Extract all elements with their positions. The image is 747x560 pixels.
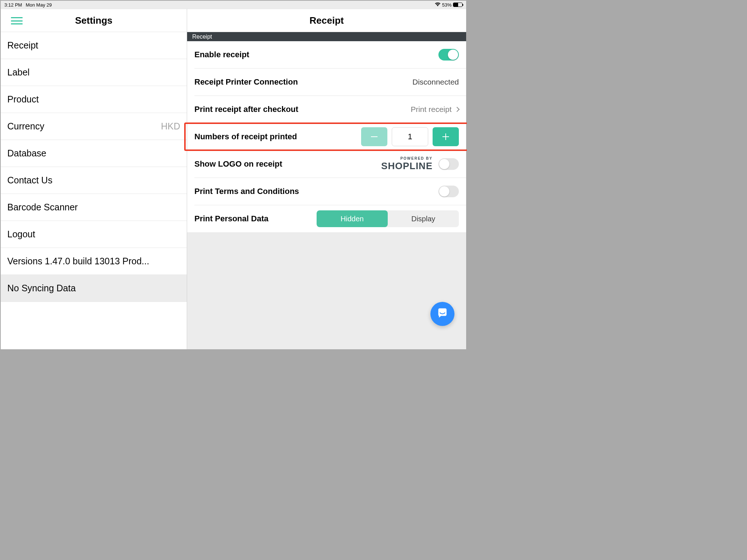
row-label: Print Terms and Conditions: [194, 187, 299, 196]
row-label: Show LOGO on receipt: [194, 159, 282, 169]
personal-data-segmented[interactable]: Hidden Display: [317, 210, 459, 227]
detail-title: Receipt: [310, 15, 344, 26]
segment-display[interactable]: Display: [388, 210, 459, 227]
toggle-show-logo[interactable]: [438, 158, 459, 170]
sidebar-item-database[interactable]: Database: [1, 140, 187, 167]
status-bar: 3:12 PM Mon May 29 53%: [1, 1, 466, 9]
row-print-terms: Print Terms and Conditions: [187, 178, 466, 205]
row-enable-receipt: Enable receipt: [187, 41, 466, 68]
chat-icon: [436, 307, 449, 321]
row-number-receipts-printed: Numbers of receipt printed: [187, 123, 466, 150]
chevron-right-icon: [454, 107, 460, 112]
sidebar-item-logout[interactable]: Logout: [1, 221, 187, 248]
sidebar-item-currency[interactable]: Currency HKD: [1, 113, 187, 140]
status-date: Mon May 29: [26, 2, 52, 8]
hamburger-icon[interactable]: [11, 17, 23, 24]
row-label: Numbers of receipt printed: [194, 132, 297, 141]
wifi-icon: [435, 2, 441, 8]
row-label: Receipt Printer Connection: [194, 77, 298, 87]
sidebar-item-version[interactable]: Versions 1.47.0 build 13013 Prod...: [1, 248, 187, 275]
sidebar-item-receipt[interactable]: Receipt: [1, 32, 187, 59]
increment-button[interactable]: [433, 127, 459, 146]
shopline-logo: POWERED BY SHOPLINE: [381, 156, 433, 172]
row-print-after-checkout[interactable]: Print receipt after checkout Print recei…: [187, 96, 466, 123]
section-header-receipt: Receipt: [187, 32, 466, 41]
row-label: Print receipt after checkout: [194, 105, 298, 114]
currency-value: HKD: [161, 121, 180, 132]
sidebar-item-label[interactable]: Label: [1, 59, 187, 86]
status-time: 3:12 PM: [4, 2, 22, 8]
settings-title: Settings: [1, 15, 187, 26]
printer-status: Disconnected: [413, 78, 459, 86]
sidebar-item-contact-us[interactable]: Contact Us: [1, 167, 187, 194]
battery-percent: 53%: [442, 2, 452, 8]
battery-icon: [453, 3, 462, 7]
row-show-logo: Show LOGO on receipt POWERED BY SHOPLINE: [187, 151, 466, 178]
chat-fab[interactable]: [430, 302, 454, 326]
segment-hidden[interactable]: Hidden: [317, 210, 388, 227]
receipt-count-input[interactable]: [392, 127, 428, 146]
toggle-print-terms[interactable]: [438, 186, 459, 197]
row-label: Print Personal Data: [194, 214, 268, 223]
row-print-personal-data: Print Personal Data Hidden Display: [187, 205, 466, 232]
detail-pane: Receipt Receipt Enable receipt Receipt P…: [187, 9, 466, 349]
sidebar-item-sync-status[interactable]: No Syncing Data: [1, 275, 187, 302]
sidebar-item-product[interactable]: Product: [1, 86, 187, 113]
sidebar-item-barcode-scanner[interactable]: Barcode Scanner: [1, 194, 187, 221]
toggle-enable-receipt[interactable]: [438, 49, 459, 61]
after-checkout-value: Print receipt: [411, 105, 452, 114]
decrement-button[interactable]: [361, 127, 387, 146]
row-label: Enable receipt: [194, 50, 249, 59]
row-printer-connection[interactable]: Receipt Printer Connection Disconnected: [187, 69, 466, 96]
settings-sidebar: Settings Receipt Label Product Currency …: [1, 9, 187, 349]
